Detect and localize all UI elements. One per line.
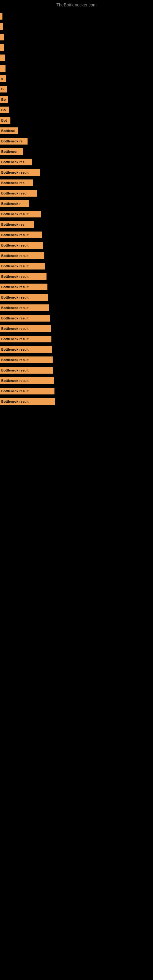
- bar-item: Bottleneck res: [0, 159, 32, 165]
- bar-row: [0, 53, 153, 62]
- bar-label: Bottleneck re: [1, 139, 22, 143]
- bar-label: Bottleneck result: [1, 275, 29, 278]
- bar-row: Bottleneck result: [0, 230, 153, 240]
- bar-row: Bot: [0, 116, 153, 125]
- bar-row: Bottleneck res: [0, 220, 153, 229]
- bar-row: Bottleneck result: [0, 241, 153, 250]
- bar-row: Bottleneck r: [0, 199, 153, 208]
- bar-item: Bottleneck resul: [0, 190, 37, 197]
- bar-row: Bottleneck result: [0, 168, 153, 177]
- bar-label: Bo: [1, 98, 6, 101]
- bar-row: Bottleneck result: [0, 293, 153, 302]
- bar-row: Bottleneck result: [0, 303, 153, 312]
- bar-item: Bottleneck result: [0, 367, 53, 374]
- bar-item: Bottleneck r: [0, 200, 29, 207]
- bar-row: Bottleneck result: [0, 210, 153, 219]
- bar-row: Bottlenec: [0, 147, 153, 156]
- bar-item: Bottleneck result: [0, 346, 52, 353]
- bar-label: Bottleneck result: [1, 389, 29, 393]
- bar-item: Bottleneck result: [0, 232, 42, 238]
- bar-label: Bottleneck result: [1, 254, 29, 258]
- bar-label: Bottleneck result: [1, 358, 29, 362]
- bar-label: Bottlene: [1, 129, 15, 133]
- bar-label: Bottleneck result: [1, 400, 29, 403]
- bar-item: Bottleneck result: [0, 273, 46, 280]
- bar-row: Bottleneck result: [0, 387, 153, 396]
- bar-item: Bottleneck result: [0, 356, 53, 363]
- bar-label: Bottleneck result: [1, 233, 29, 237]
- bar-row: Bottleneck re: [0, 137, 153, 146]
- bar-item: Bottlene: [0, 127, 18, 134]
- bar-row: [0, 22, 153, 31]
- bar-label: Bottleneck result: [1, 327, 29, 331]
- bar-row: Bottleneck result: [0, 261, 153, 271]
- bar-item: Bottleneck result: [0, 388, 54, 395]
- bar-label: Bottleneck resul: [1, 191, 27, 195]
- bar-row: Bottlene: [0, 126, 153, 135]
- bar-row: [0, 64, 153, 73]
- bar-item: Bottleneck result: [0, 294, 48, 301]
- bar-item: Bottleneck result: [0, 336, 51, 342]
- bar-label: B: [1, 87, 4, 91]
- bar-label: Bottleneck result: [1, 379, 29, 382]
- bar-row: Bottleneck result: [0, 376, 153, 385]
- bar-row: s: [0, 74, 153, 83]
- bar-item: [0, 34, 4, 40]
- bar-item: Bo: [0, 107, 9, 113]
- bar-row: Bottleneck result: [0, 334, 153, 344]
- bar-item: Bottleneck res: [0, 221, 33, 228]
- bar-item: [0, 44, 4, 51]
- bar-item: [0, 13, 2, 20]
- bar-row: Bottleneck result: [0, 355, 153, 364]
- bar-item: [0, 54, 5, 61]
- bar-label: Bo: [1, 108, 6, 112]
- bar-row: [0, 12, 153, 21]
- bar-label: Bottleneck result: [1, 337, 29, 341]
- bar-label: Bottlenec: [1, 150, 16, 153]
- bar-row: Bottleneck res: [0, 178, 153, 188]
- bar-label: Bottleneck result: [1, 243, 29, 247]
- bar-item: Bottleneck result: [0, 263, 45, 269]
- bar-label: Bottleneck r: [1, 202, 21, 205]
- bar-row: Bottleneck result: [0, 366, 153, 375]
- site-title: TheBottlenecker.com: [0, 0, 153, 9]
- bar-label: Bottleneck res: [1, 181, 24, 185]
- bar-item: Bottleneck result: [0, 242, 43, 249]
- bar-item: Bo: [0, 96, 8, 103]
- bar-label: Bottleneck result: [1, 306, 29, 310]
- bar-row: Bottleneck result: [0, 282, 153, 291]
- bar-label: s: [1, 77, 3, 81]
- bar-label: Bottleneck result: [1, 368, 29, 372]
- bar-row: Bo: [0, 105, 153, 115]
- bar-item: Bottleneck result: [0, 169, 40, 176]
- bar-label: Bottleneck result: [1, 264, 29, 268]
- bar-item: Bottleneck result: [0, 304, 49, 311]
- bar-label: Bottleneck result: [1, 170, 29, 174]
- bar-row: Bottleneck res: [0, 158, 153, 167]
- bar-label: Bottleneck result: [1, 348, 29, 351]
- bar-item: Bottleneck result: [0, 325, 51, 332]
- bar-item: s: [0, 75, 6, 82]
- bar-row: Bottleneck resul: [0, 189, 153, 198]
- bar-row: [0, 32, 153, 41]
- bar-item: B: [0, 86, 7, 92]
- bar-item: Bottleneck res: [0, 180, 33, 186]
- bar-item: [0, 65, 5, 72]
- bar-row: Bottleneck result: [0, 272, 153, 281]
- bar-item: Bottleneck result: [0, 283, 48, 290]
- bar-item: Bottleneck result: [0, 252, 45, 259]
- bar-row: [0, 43, 153, 52]
- bar-row: Bottleneck result: [0, 313, 153, 323]
- bar-item: Bottlenec: [0, 148, 23, 155]
- bar-label: Bottleneck result: [1, 296, 29, 299]
- bar-item: Bottleneck result: [0, 398, 55, 405]
- bar-row: Bottleneck result: [0, 251, 153, 260]
- bar-item: [0, 23, 3, 30]
- bar-row: Bo: [0, 95, 153, 104]
- bar-item: Bot: [0, 117, 10, 124]
- bar-item: Bottleneck result: [0, 377, 54, 384]
- bar-label: Bottleneck res: [1, 160, 24, 164]
- bar-row: Bottleneck result: [0, 324, 153, 333]
- bar-label: Bottleneck res: [1, 223, 24, 226]
- bar-item: Bottleneck re: [0, 138, 27, 145]
